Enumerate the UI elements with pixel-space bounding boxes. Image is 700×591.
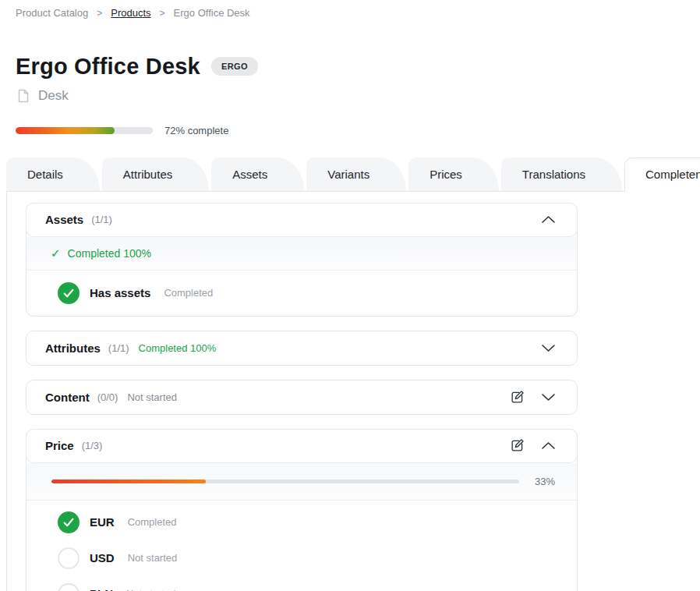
section-count: (1/3) <box>82 440 103 451</box>
section-title: Attributes <box>45 342 101 355</box>
breadcrumb-separator: > <box>160 8 165 19</box>
tab-completeness[interactable]: Completeness <box>624 157 700 192</box>
completeness-section-attributes: Attributes (1/1) Completed 100% <box>26 331 578 366</box>
page-header: Ergo Office Desk ERGO Desk <box>16 55 700 104</box>
breadcrumb-products-link[interactable]: Products <box>111 7 150 19</box>
item-label: PLN <box>90 587 113 591</box>
tab-variants[interactable]: Variants <box>306 157 406 191</box>
edit-icon[interactable] <box>507 387 527 407</box>
completed-check-circle-icon <box>58 282 80 304</box>
price-progress-fill <box>51 480 206 483</box>
section-count: (0/0) <box>97 391 118 403</box>
price-progress-row: 33% <box>27 463 577 501</box>
section-count: (1/1) <box>91 214 112 225</box>
list-item: PLN Not started <box>27 576 577 591</box>
tab-bar: Details Attributes Assets Variants Price… <box>6 157 700 191</box>
tab-assets[interactable]: Assets <box>211 157 304 191</box>
completed-check-circle-icon <box>58 511 80 533</box>
item-label: Has assets <box>90 286 150 299</box>
product-template-row: Desk <box>16 88 700 104</box>
price-progress-label: 33% <box>532 476 555 487</box>
completeness-panel: Assets (1/1) ✓ Completed 100% Has assets… <box>6 191 700 591</box>
item-label: USD <box>90 551 115 564</box>
assets-status-row: ✓ Completed 100% <box>27 237 577 271</box>
section-title: Price <box>45 439 74 452</box>
edit-icon[interactable] <box>507 436 527 456</box>
assets-status-text: Completed 100% <box>68 247 151 260</box>
page-title: Ergo Office Desk <box>16 55 200 80</box>
price-section-header[interactable]: Price (1/3) <box>26 429 578 463</box>
list-item: EUR Completed <box>27 504 577 540</box>
item-status: Not started <box>126 588 176 591</box>
breadcrumb-separator: > <box>97 8 102 19</box>
chevron-up-icon[interactable] <box>538 436 558 456</box>
completeness-section-assets: Assets (1/1) ✓ Completed 100% Has assets… <box>26 203 578 317</box>
document-icon <box>16 88 31 104</box>
item-status: Not started <box>128 552 178 564</box>
list-item: Has assets Completed <box>27 271 577 316</box>
breadcrumb-product-catalog[interactable]: Product Catalog <box>16 7 88 19</box>
assets-section-header[interactable]: Assets (1/1) <box>26 203 578 237</box>
sku-badge: ERGO <box>211 57 258 76</box>
check-icon: ✓ <box>51 247 61 259</box>
overall-progress-label: 72% complete <box>164 125 228 136</box>
overall-progress-bar <box>16 127 153 134</box>
item-label: EUR <box>90 515 115 529</box>
section-title: Content <box>45 391 90 404</box>
section-status-text: Not started <box>127 391 177 403</box>
not-started-circle-icon <box>58 547 80 569</box>
item-status: Completed <box>128 516 177 528</box>
attributes-section-header[interactable]: Attributes (1/1) Completed 100% <box>27 331 577 365</box>
chevron-up-icon[interactable] <box>538 210 558 230</box>
chevron-down-icon[interactable] <box>538 338 558 358</box>
price-progress-bar <box>51 480 519 483</box>
tab-translations[interactable]: Translations <box>501 157 622 191</box>
section-title: Assets <box>45 213 83 226</box>
breadcrumb: Product Catalog > Products > Ergo Office… <box>0 0 700 19</box>
item-status: Completed <box>164 287 213 299</box>
overall-progress-fill <box>16 127 115 134</box>
tab-attributes[interactable]: Attributes <box>102 157 209 191</box>
section-count: (1/1) <box>108 342 129 354</box>
section-status-text: Completed 100% <box>139 342 217 354</box>
completeness-section-price: Price (1/3) 33% <box>26 429 578 591</box>
product-template-label: Desk <box>38 88 69 104</box>
completeness-section-content: Content (0/0) Not started <box>26 380 578 415</box>
breadcrumb-current-page: Ergo Office Desk <box>174 7 250 19</box>
content-section-header[interactable]: Content (0/0) Not started <box>27 380 577 414</box>
tab-details[interactable]: Details <box>6 157 100 191</box>
not-started-circle-icon <box>58 583 80 591</box>
list-item: USD Not started <box>27 540 577 576</box>
overall-progress: 72% complete <box>16 125 700 136</box>
tab-prices[interactable]: Prices <box>408 157 499 191</box>
chevron-down-icon[interactable] <box>538 387 558 407</box>
